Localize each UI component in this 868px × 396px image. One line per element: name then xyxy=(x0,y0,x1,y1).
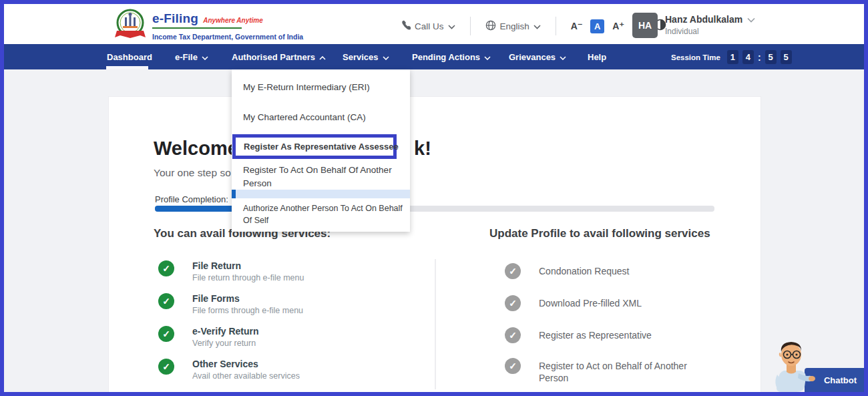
font-decrease-button[interactable]: A⁻ xyxy=(571,21,583,31)
brand-underline xyxy=(152,27,242,29)
check-circle-icon: ✓ xyxy=(505,263,521,279)
language-dropdown[interactable]: English xyxy=(485,20,541,33)
header-controls: Call Us English A⁻ A A⁺ xyxy=(401,13,666,39)
brand-logo[interactable]: e-Filing Anywhere Anytime Income Tax Dep… xyxy=(114,8,303,45)
nav-item-authorised-partners[interactable]: Authorised Partners xyxy=(232,52,326,62)
chevron-down-icon xyxy=(202,52,208,62)
menu-item-authorize-another-person[interactable]: Authorize Another Person To Act On Behal… xyxy=(243,202,403,226)
update-profile-heading: Update Profile to avail following servic… xyxy=(489,227,710,240)
efiling-portal-screen: e-Filing Anywhere Anytime Income Tax Dep… xyxy=(0,0,868,396)
chevron-down-icon xyxy=(747,14,755,25)
chevron-down-icon xyxy=(533,21,541,31)
menu-hover-band xyxy=(232,190,410,198)
service-row-other-services[interactable]: ✓ Other Services Avail other available s… xyxy=(158,359,300,381)
check-circle-icon: ✓ xyxy=(158,260,174,276)
chevron-down-icon xyxy=(484,52,491,62)
service-row-file-return[interactable]: ✓ File Return File return through e-file… xyxy=(158,260,304,282)
avatar: HA xyxy=(632,13,658,38)
check-circle-icon: ✓ xyxy=(505,358,521,374)
service-row-file-forms[interactable]: ✓ File Forms File forms through e-file m… xyxy=(158,293,303,315)
user-menu[interactable]: HA Hanz Abdulkalam Individual xyxy=(632,13,755,38)
nav-item-dashboard[interactable]: Dashboard xyxy=(107,52,152,62)
call-us-dropdown[interactable]: Call Us xyxy=(401,20,455,32)
session-time-label: Session Time xyxy=(671,53,720,61)
user-name: Hanz Abdulkalam xyxy=(665,14,742,25)
nav-item-help[interactable]: Help xyxy=(588,52,606,62)
brand-title: e-Filing xyxy=(152,11,198,26)
chevron-up-icon xyxy=(319,52,326,62)
income-tax-emblem-icon xyxy=(114,8,147,45)
session-timer: Session Time 1 4 : 5 5 xyxy=(671,50,792,64)
welcome-heading-left-fragment: Welcome xyxy=(154,138,238,160)
check-circle-icon: ✓ xyxy=(505,327,521,343)
brand-subtitle: Income Tax Department, Government of Ind… xyxy=(152,33,303,41)
service-row-everify-return[interactable]: ✓ e-Verify Return Verify your return xyxy=(158,326,259,348)
service-row-download-prefilled-xml[interactable]: ✓ Download Pre-filled XML xyxy=(505,295,699,311)
session-digit: 5 xyxy=(765,50,777,64)
header: e-Filing Anywhere Anytime Income Tax Dep… xyxy=(4,4,864,44)
service-row-register-as-representative[interactable]: ✓ Register as Representative xyxy=(505,327,699,343)
session-digit: 4 xyxy=(742,50,754,64)
font-increase-button[interactable]: A⁺ xyxy=(612,21,624,31)
chevron-down-icon xyxy=(383,52,389,62)
column-divider xyxy=(435,259,436,389)
menu-item-register-behalf-another[interactable]: Register To Act On Behalf Of Another Per… xyxy=(243,164,403,190)
brand-tagline: Anywhere Anytime xyxy=(203,17,263,24)
language-label: English xyxy=(500,21,529,31)
profile-completion-label: Profile Completion: xyxy=(155,194,228,204)
session-colon: : xyxy=(758,52,761,63)
session-digit: 1 xyxy=(727,50,738,64)
check-circle-icon: ✓ xyxy=(158,326,174,342)
font-normal-button[interactable]: A xyxy=(590,19,604,33)
service-row-condonation-request[interactable]: ✓ Condonation Request xyxy=(505,263,699,279)
check-circle-icon: ✓ xyxy=(158,359,174,375)
nav-item-pending-actions[interactable]: Pending Actions xyxy=(412,52,491,62)
chevron-down-icon xyxy=(448,21,455,31)
service-row-register-behalf-another[interactable]: ✓ Register to Act on Behalf of Another P… xyxy=(505,358,699,384)
globe-icon xyxy=(485,20,496,33)
menu-item-ca[interactable]: My Chartered Accountant (CA) xyxy=(243,111,403,124)
user-role: Individual xyxy=(665,27,755,36)
welcome-subtitle-fragment: Your one step so xyxy=(154,167,231,179)
check-circle-icon: ✓ xyxy=(158,293,174,309)
main-navbar: Dashboard e-File Authorised Partners Ser… xyxy=(4,44,864,69)
highlight-annotation-box[interactable]: Register As Representative Assessee xyxy=(232,134,397,159)
font-size-controls: A⁻ A A⁺ xyxy=(571,19,624,33)
session-digit: 5 xyxy=(781,50,792,64)
welcome-heading-right-fragment: k! xyxy=(414,138,431,160)
divider xyxy=(470,17,471,35)
nav-item-efile[interactable]: e-File xyxy=(175,52,208,62)
chatbot-assistant-illustration[interactable] xyxy=(772,335,824,395)
menu-item-register-representative-assessee[interactable]: Register As Representative Assessee xyxy=(244,142,399,152)
chevron-down-icon xyxy=(560,52,566,62)
nav-item-services[interactable]: Services xyxy=(343,52,389,62)
page-content xyxy=(4,69,864,392)
nav-item-grievances[interactable]: Grievances xyxy=(509,52,566,62)
divider xyxy=(556,17,556,35)
menu-item-eri[interactable]: My E-Return Intermediary (ERI) xyxy=(243,81,403,94)
call-us-label: Call Us xyxy=(415,21,444,31)
phone-icon xyxy=(401,20,411,32)
check-circle-icon: ✓ xyxy=(505,295,521,311)
